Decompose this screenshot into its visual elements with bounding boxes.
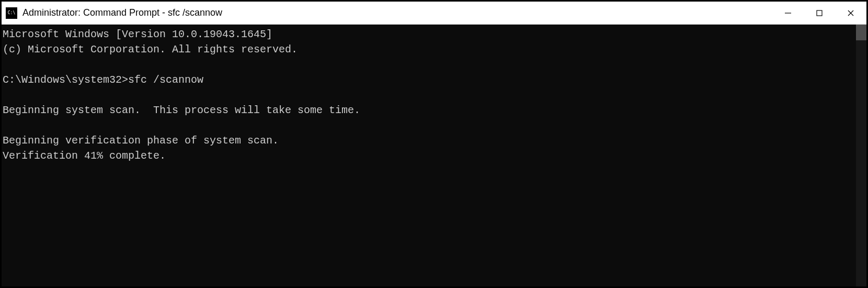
output-blank	[3, 87, 855, 103]
scrollbar-thumb[interactable]	[856, 25, 866, 40]
output-line: Beginning verification phase of system s…	[3, 133, 855, 148]
output-blank	[3, 118, 855, 133]
vertical-scrollbar[interactable]	[856, 25, 866, 286]
window-title: Administrator: Command Prompt - sfc /sca…	[22, 7, 772, 18]
minimize-icon	[784, 9, 792, 17]
content-area: Microsoft Windows [Version 10.0.19043.16…	[2, 25, 866, 286]
close-icon	[847, 9, 854, 17]
terminal-output[interactable]: Microsoft Windows [Version 10.0.19043.16…	[2, 25, 856, 286]
progress-line: Verification 41% complete.	[3, 148, 855, 163]
svg-rect-1	[817, 10, 822, 16]
command-prompt-window: C:\ Administrator: Command Prompt - sfc …	[2, 2, 866, 286]
prompt-line: C:\Windows\system32>sfc /scannow	[3, 72, 855, 87]
command-prompt-icon: C:\	[6, 7, 17, 19]
titlebar[interactable]: C:\ Administrator: Command Prompt - sfc …	[2, 2, 866, 25]
maximize-icon	[816, 9, 823, 17]
maximize-button[interactable]	[804, 2, 835, 24]
close-button[interactable]	[835, 2, 866, 24]
window-controls	[772, 2, 866, 24]
output-line: (c) Microsoft Corporation. All rights re…	[3, 42, 855, 57]
minimize-button[interactable]	[772, 2, 804, 24]
output-line: Beginning system scan. This process will…	[3, 103, 855, 118]
output-blank	[3, 57, 855, 72]
output-line: Microsoft Windows [Version 10.0.19043.16…	[3, 27, 855, 42]
